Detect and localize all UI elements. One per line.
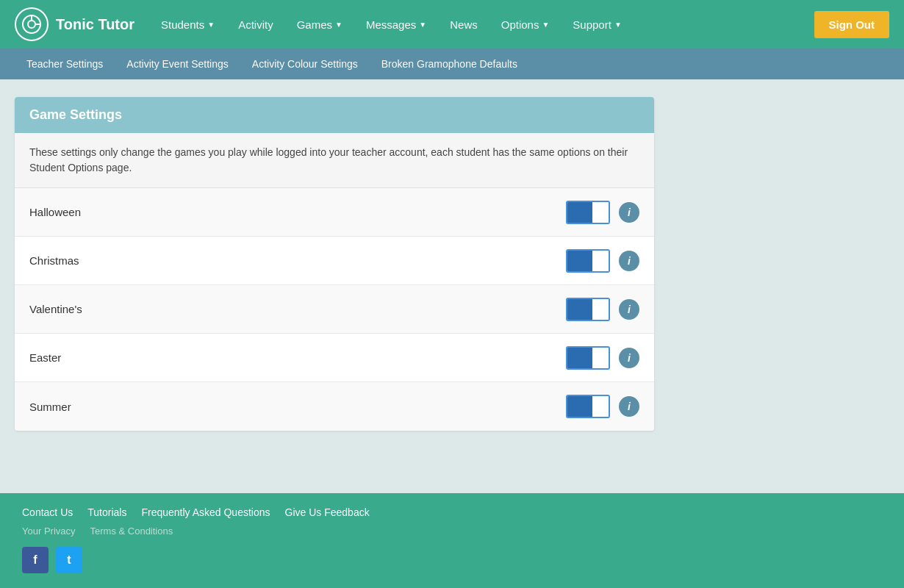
- footer-legal: Your Privacy Terms & Conditions: [22, 526, 882, 537]
- toggle-off-part: [592, 251, 609, 271]
- toggle-off-part: [592, 299, 609, 320]
- svg-point-1: [28, 21, 35, 28]
- toggle-on-part: [567, 251, 592, 271]
- toggle-easter[interactable]: [566, 346, 610, 370]
- info-easter[interactable]: i: [619, 348, 639, 368]
- setting-controls-halloween: i: [566, 201, 639, 224]
- footer-tutorials[interactable]: Tutorials: [87, 506, 126, 518]
- sign-out-button[interactable]: Sign Out: [814, 11, 890, 38]
- toggle-summer[interactable]: [566, 395, 610, 418]
- setting-label-valentines: Valentine's: [29, 303, 566, 315]
- brand-name: Tonic Tutor: [56, 16, 134, 33]
- setting-controls-valentines: i: [566, 298, 639, 321]
- setting-controls-christmas: i: [566, 249, 639, 273]
- setting-label-christmas: Christmas: [29, 254, 566, 267]
- setting-row-christmas: Christmas i: [15, 237, 654, 285]
- subnav-teacher-settings[interactable]: Teacher Settings: [15, 49, 115, 79]
- subnav: Teacher Settings Activity Event Settings…: [0, 49, 904, 79]
- brand[interactable]: Tonic Tutor: [15, 7, 134, 41]
- nav-options[interactable]: Options ▼: [489, 0, 562, 49]
- toggle-off-part: [592, 348, 609, 368]
- toggle-christmas[interactable]: [566, 249, 610, 273]
- chevron-down-icon: ▼: [419, 21, 426, 29]
- nav-activity[interactable]: Activity: [226, 0, 285, 49]
- setting-row-valentines: Valentine's i: [15, 285, 654, 334]
- footer-terms[interactable]: Terms & Conditions: [90, 526, 173, 537]
- setting-label-halloween: Halloween: [29, 206, 566, 218]
- navbar: Tonic Tutor Students ▼ Activity Games ▼ …: [0, 0, 904, 49]
- subnav-activity-colour-settings[interactable]: Activity Colour Settings: [240, 49, 370, 79]
- footer-contact-us[interactable]: Contact Us: [22, 506, 73, 518]
- setting-label-summer: Summer: [29, 401, 566, 413]
- nav-games[interactable]: Games ▼: [285, 0, 354, 49]
- info-summer[interactable]: i: [619, 396, 639, 417]
- nav-students[interactable]: Students ▼: [149, 0, 226, 49]
- nav-items: Students ▼ Activity Games ▼ Messages ▼ N…: [149, 0, 814, 49]
- facebook-button[interactable]: f: [22, 547, 49, 573]
- chevron-down-icon: ▼: [207, 21, 215, 29]
- setting-row-summer: Summer i: [15, 382, 654, 431]
- footer-links: Contact Us Tutorials Frequently Asked Qu…: [22, 506, 882, 518]
- setting-row-halloween: Halloween i: [15, 188, 654, 237]
- card-header: Game Settings: [15, 97, 654, 133]
- brand-logo: [15, 7, 49, 41]
- card-title: Game Settings: [29, 107, 639, 123]
- info-valentines[interactable]: i: [619, 299, 639, 320]
- setting-row-easter: Easter i: [15, 334, 654, 382]
- game-settings-card: Game Settings These settings only change…: [15, 97, 654, 431]
- info-christmas[interactable]: i: [619, 251, 639, 271]
- toggle-on-part: [567, 348, 592, 368]
- setting-controls-easter: i: [566, 346, 639, 370]
- footer-social: f t: [22, 547, 882, 573]
- footer-faq[interactable]: Frequently Asked Questions: [141, 506, 270, 518]
- toggle-valentines[interactable]: [566, 298, 610, 321]
- setting-label-easter: Easter: [29, 351, 566, 364]
- chevron-down-icon: ▼: [335, 21, 342, 29]
- toggle-off-part: [592, 202, 609, 223]
- twitter-button[interactable]: t: [56, 547, 82, 573]
- main-content: Game Settings These settings only change…: [0, 79, 904, 493]
- nav-news[interactable]: News: [438, 0, 489, 49]
- toggle-on-part: [567, 299, 592, 320]
- toggle-off-part: [592, 396, 609, 417]
- toggle-halloween[interactable]: [566, 201, 610, 224]
- footer-privacy[interactable]: Your Privacy: [22, 526, 76, 537]
- subnav-activity-event-settings[interactable]: Activity Event Settings: [115, 49, 240, 79]
- settings-description: These settings only change the games you…: [15, 133, 654, 188]
- toggle-on-part: [567, 396, 592, 417]
- subnav-broken-gramophone[interactable]: Broken Gramophone Defaults: [370, 49, 529, 79]
- info-halloween[interactable]: i: [619, 202, 639, 223]
- chevron-down-icon: ▼: [542, 21, 549, 29]
- toggle-on-part: [567, 202, 592, 223]
- footer-feedback[interactable]: Give Us Feedback: [285, 506, 370, 518]
- chevron-down-icon: ▼: [614, 21, 622, 29]
- nav-messages[interactable]: Messages ▼: [354, 0, 438, 49]
- footer: Contact Us Tutorials Frequently Asked Qu…: [0, 493, 904, 588]
- nav-support[interactable]: Support ▼: [561, 0, 633, 49]
- setting-controls-summer: i: [566, 395, 639, 418]
